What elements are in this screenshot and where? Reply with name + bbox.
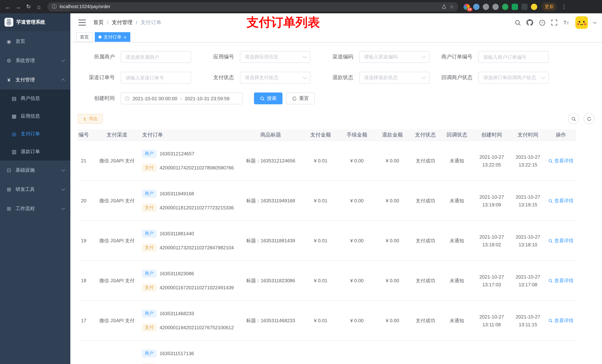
filter-label-channel-order-no: 渠道订单号 (78, 74, 115, 81)
svg-text:T: T (563, 20, 567, 26)
col-title: 商品标题 (239, 129, 302, 141)
export-button[interactable]: 导出 (78, 114, 103, 124)
zoom-toggle-button[interactable] (568, 113, 579, 124)
tab-home[interactable]: 首页 (76, 32, 93, 42)
tab-label: 首页 (80, 34, 89, 40)
bookmark-star-icon[interactable]: ☆ (450, 4, 454, 10)
create-time-range-picker[interactable]: 2021-10-01 00:00:00 - 2021-10-31 23:59:5… (121, 93, 243, 104)
extension-icon-puzzle[interactable] (521, 3, 527, 10)
view-detail-link[interactable]: 查看详情 (548, 277, 573, 284)
breadcrumb-section[interactable]: 支付管理 (112, 19, 133, 26)
share-icon[interactable] (442, 4, 447, 9)
merchant-order-no: 1635312124657 (160, 151, 194, 156)
merchant-order-no-input[interactable] (478, 51, 549, 63)
order-id: 21 (81, 158, 86, 164)
extension-icon-gray-1[interactable] (483, 3, 489, 10)
browser-home-icon[interactable]: ⌂ (34, 2, 44, 11)
sidebar-item-infrastructure[interactable]: ⊡ 基础设施 (0, 161, 70, 180)
refund-status-select[interactable]: 请选择退款状态 (359, 72, 430, 83)
chevron-down-icon (541, 75, 545, 79)
tab-close-icon[interactable]: × (124, 35, 127, 39)
browser-reload-icon[interactable]: ↻ (24, 2, 33, 11)
url-text[interactable]: localhost:1024/pay/order (60, 4, 110, 9)
extension-icon-blue[interactable] (473, 3, 479, 10)
dashboard-icon: ◉ (6, 39, 12, 44)
refund-amount: ¥ 0.00 (386, 318, 399, 323)
col-amount: 支付金额 (302, 129, 339, 141)
search-icon[interactable] (514, 19, 521, 26)
refund-amount: ¥ 0.00 (386, 198, 399, 203)
merchant-order-no: 1635311823086 (160, 271, 194, 276)
reset-button[interactable]: 重置 (286, 93, 315, 104)
breadcrumb-home[interactable]: 首页 (93, 19, 104, 26)
browser-back-icon[interactable]: ← (3, 2, 13, 11)
pay-amount: ¥ 0.01 (314, 318, 327, 323)
monitor-icon: ⊡ (6, 167, 12, 173)
search-button[interactable]: 搜索 (254, 93, 282, 104)
browser-update-button[interactable]: 更新 (542, 2, 557, 11)
app-select[interactable]: 请选择应用信息 (240, 51, 310, 63)
view-detail-link[interactable]: 查看详情 (548, 317, 573, 324)
pay-status: 支付成功 (416, 198, 435, 203)
product-title: 标题：1635311949168 (246, 198, 295, 203)
select-placeholder: 请选择退款状态 (364, 74, 398, 81)
notify-status: 未通知 (450, 238, 464, 243)
merchant-tag: 商户 (142, 150, 156, 157)
date-start-value[interactable]: 2021-10-01 00:00:00 (133, 96, 177, 101)
sidebar-toggle-icon[interactable] (78, 20, 86, 26)
tab-pay-order[interactable]: 支付订单 × (95, 32, 130, 42)
col-refund: 退款金额 (375, 129, 410, 141)
sidebar-item-workflow[interactable]: ⊞ 工作流程 (0, 199, 70, 218)
select-placeholder: 请选择应用信息 (245, 54, 279, 60)
app-logo[interactable]: 芋道管理系统 (0, 13, 70, 31)
payment-submenu: ▤ 商户信息 ▦ 应用信息 ◎ 支付订单 ▥ 退款订单 (0, 90, 70, 161)
credit-card-icon: ▤ (11, 95, 17, 101)
extension-icon-vue-devtools[interactable] (502, 3, 508, 10)
chevron-down-icon (303, 75, 307, 79)
sidebar-item-merchant-info[interactable]: ▤ 商户信息 (0, 90, 70, 107)
help-icon[interactable]: ? (539, 19, 545, 26)
font-size-icon[interactable]: TT (563, 19, 570, 26)
pay-status-select[interactable]: 请选择支付状态 (240, 72, 310, 83)
merchant-input[interactable] (121, 51, 191, 63)
view-detail-link[interactable]: 查看详情 (548, 237, 573, 244)
col-channel: 支付渠道 (95, 129, 139, 141)
merchant-tag: 商户 (142, 270, 156, 277)
sidebar-item-payment[interactable]: ¥ 支付管理 (0, 70, 70, 90)
extension-icon-gray-2[interactable] (492, 3, 499, 10)
user-avatar[interactable] (575, 16, 588, 29)
site-info-icon[interactable]: ⓘ (52, 3, 57, 10)
browser-profile-avatar[interactable] (531, 3, 537, 10)
view-detail-link[interactable]: 查看详情 (548, 157, 573, 164)
browser-menu-icon[interactable]: ⋮ (560, 3, 568, 10)
merchant-tag: 商户 (142, 350, 156, 357)
extension-icon-chat[interactable] (512, 3, 518, 10)
table-row: 20 微信 JSAPI 支付 商户1635311949168 支付4200001… (78, 181, 576, 221)
address-bar[interactable]: ⓘ localhost:1024/pay/order ☆ (47, 2, 458, 11)
callback-status-select[interactable]: 请选择订单回调商户状态 (478, 72, 549, 83)
channel-code-select[interactable]: 请输入渠道编码 (359, 51, 430, 63)
filter-label-app: 应用编号 (197, 54, 234, 60)
sidebar-item-home[interactable]: ◉ 首页 (0, 32, 70, 51)
pay-time: 13:19:15 (510, 201, 546, 208)
sidebar-item-devtool[interactable]: ⊠ 研发工具 (0, 180, 70, 199)
refresh-button[interactable] (583, 113, 595, 124)
product-title: 标题：1635311823086 (246, 278, 295, 283)
sidebar-item-refund-order[interactable]: ▥ 退款订单 (0, 143, 70, 161)
view-detail-link[interactable]: 查看详情 (548, 197, 573, 204)
avatar-dropdown-caret-icon[interactable] (593, 20, 597, 24)
select-placeholder: 请选择支付状态 (245, 74, 279, 81)
fullscreen-icon[interactable] (551, 19, 558, 26)
extension-icon-colorful[interactable]: 10 (463, 3, 470, 10)
browser-forward-icon[interactable]: → (13, 2, 23, 11)
github-icon[interactable] (527, 19, 533, 26)
pay-date: 2021-10-27 (510, 313, 546, 321)
date-end-value[interactable]: 2021-10-31 23:59:59 (185, 96, 229, 101)
top-navbar: 首页 / 支付管理 / 支付订单 支付订单列表 ? (70, 13, 602, 32)
sidebar-item-system[interactable]: ⚙ 系统管理 (0, 51, 70, 70)
channel-order-no-input[interactable] (121, 72, 191, 83)
sidebar-item-app-info[interactable]: ▦ 应用信息 (0, 107, 70, 125)
create-time: 13:11:08 (473, 321, 510, 328)
pay-date: 2021-10-27 (510, 273, 546, 281)
sidebar-item-pay-order[interactable]: ◎ 支付订单 (0, 125, 70, 143)
